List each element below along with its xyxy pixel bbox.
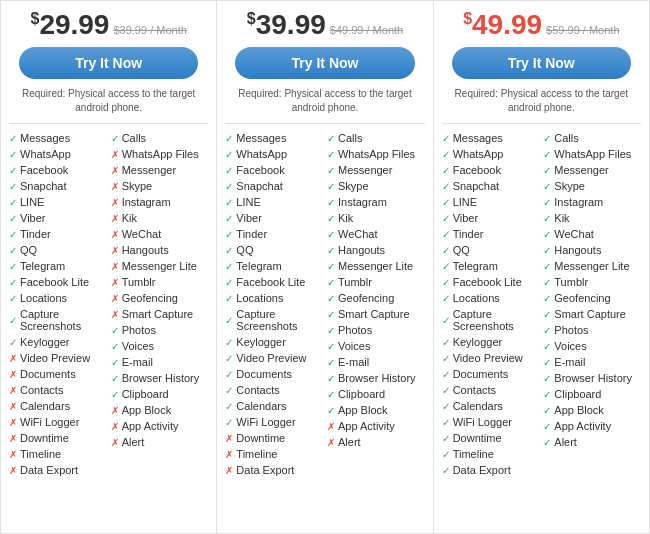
feature-label: WiFi Logger [453,416,512,428]
feature-item: ✓Snapchat [442,178,540,194]
feature-label: App Activity [554,420,611,432]
feature-label: Voices [338,340,370,352]
cross-icon: ✗ [111,213,119,224]
feature-item: ✓Tumblr [327,274,425,290]
features-col1: ✓Messages✓WhatsApp✓Facebook✓Snapchat✓LIN… [442,130,540,478]
features-col2: ✓Calls✗WhatsApp Files✗Messenger✗Skype✗In… [111,130,209,478]
feature-item: ✓Hangouts [327,242,425,258]
feature-label: WhatsApp [20,148,71,160]
feature-label: Tumblr [122,276,156,288]
feature-item: ✓Calendars [442,398,540,414]
check-icon: ✓ [225,369,233,380]
check-icon: ✓ [9,293,17,304]
feature-item: ✗WhatsApp Files [111,146,209,162]
cross-icon: ✗ [111,421,119,432]
feature-label: E-mail [554,356,585,368]
try-now-button[interactable]: Try It Now [19,47,198,79]
cross-icon: ✗ [111,277,119,288]
check-icon: ✓ [442,165,450,176]
feature-item: ✓QQ [442,242,540,258]
feature-item: ✓Data Export [442,462,540,478]
feature-item: ✗Downtime [225,430,323,446]
features-grid: ✓Messages✓WhatsApp✓Facebook✓Snapchat✓LIN… [9,130,208,478]
feature-label: WhatsApp Files [554,148,631,160]
feature-label: Geofencing [122,292,178,304]
feature-label: Browser History [122,372,200,384]
check-icon: ✓ [442,401,450,412]
feature-item: ✓App Block [543,402,641,418]
feature-item: ✓Instagram [543,194,641,210]
feature-label: QQ [453,244,470,256]
feature-item: ✗Smart Capture [111,306,209,322]
feature-label: Calendars [236,400,286,412]
plan-price: $39.99 [247,11,326,39]
feature-label: WeChat [122,228,162,240]
feature-item: ✓Browser History [111,370,209,386]
feature-label: Alert [122,436,145,448]
feature-label: Viber [453,212,478,224]
feature-label: Calendars [20,400,70,412]
feature-label: App Block [338,404,388,416]
feature-item: ✓Calls [543,130,641,146]
feature-label: Video Preview [453,352,523,364]
check-icon: ✓ [9,213,17,224]
check-icon: ✓ [442,149,450,160]
feature-label: Viber [20,212,45,224]
feature-label: WhatsApp [236,148,287,160]
cross-icon: ✗ [225,449,233,460]
check-icon: ✓ [442,133,450,144]
feature-label: Timeline [236,448,277,460]
feature-item: ✓Browser History [543,370,641,386]
check-icon: ✓ [327,357,335,368]
feature-item: ✓Facebook [442,162,540,178]
feature-label: Video Preview [20,352,90,364]
check-icon: ✓ [543,213,551,224]
feature-label: Messages [236,132,286,144]
check-icon: ✓ [111,389,119,400]
feature-label: Facebook Lite [236,276,305,288]
feature-label: Documents [236,368,292,380]
feature-label: Tumblr [554,276,588,288]
check-icon: ✓ [543,277,551,288]
feature-item: ✓Facebook Lite [9,274,107,290]
plan-note: Required: Physical access to the target … [225,87,424,115]
cross-icon: ✗ [9,401,17,412]
cross-icon: ✗ [111,309,119,320]
feature-item: ✓Capture Screenshots [442,306,540,334]
plan-premium: $49.99$59.99 / MonthTry It NowRequired: … [433,0,650,534]
check-icon: ✓ [9,315,17,326]
feature-item: ✗Hangouts [111,242,209,258]
feature-item: ✓App Block [327,402,425,418]
feature-label: Messages [20,132,70,144]
cross-icon: ✗ [9,465,17,476]
plan-divider [442,123,641,124]
try-now-button[interactable]: Try It Now [235,47,414,79]
check-icon: ✓ [327,293,335,304]
check-icon: ✓ [225,245,233,256]
feature-label: Browser History [554,372,632,384]
feature-item: ✗Calendars [9,398,107,414]
feature-label: Skype [122,180,153,192]
feature-label: Contacts [20,384,63,396]
feature-label: Downtime [453,432,502,444]
features-grid: ✓Messages✓WhatsApp✓Facebook✓Snapchat✓LIN… [442,130,641,478]
feature-item: ✓LINE [225,194,323,210]
price-row: $29.99$39.99 / Month [30,11,186,41]
feature-label: Messenger [122,164,176,176]
check-icon: ✓ [442,433,450,444]
feature-label: Data Export [453,464,511,476]
feature-item: ✓Photos [111,322,209,338]
feature-label: Contacts [236,384,279,396]
check-icon: ✓ [327,389,335,400]
check-icon: ✓ [442,465,450,476]
check-icon: ✓ [327,197,335,208]
feature-item: ✓WiFi Logger [225,414,323,430]
feature-label: Downtime [236,432,285,444]
check-icon: ✓ [225,315,233,326]
feature-label: Geofencing [554,292,610,304]
cross-icon: ✗ [327,421,335,432]
feature-item: ✓Keylogger [9,334,107,350]
try-now-button[interactable]: Try It Now [452,47,631,79]
feature-label: Data Export [236,464,294,476]
feature-item: ✓Locations [442,290,540,306]
